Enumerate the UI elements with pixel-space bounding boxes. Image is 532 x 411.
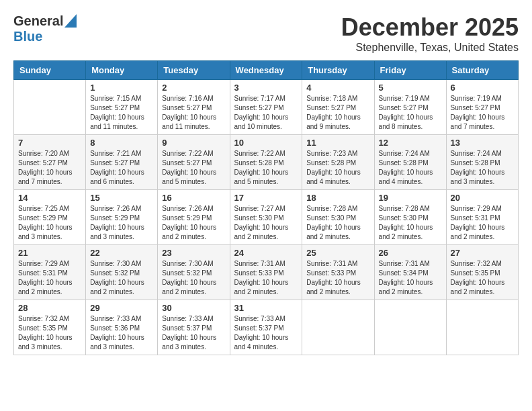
day-info: Sunrise: 7:24 AM Sunset: 5:28 PM Dayligh… [379, 149, 442, 187]
day-number: 1 [90, 83, 153, 93]
day-number: 14 [18, 193, 81, 203]
day-info: Sunrise: 7:22 AM Sunset: 5:28 PM Dayligh… [234, 149, 298, 187]
day-info: Sunrise: 7:33 AM Sunset: 5:37 PM Dayligh… [234, 314, 298, 352]
calendar-week-row: 1Sunrise: 7:15 AM Sunset: 5:27 PM Daylig… [14, 80, 519, 135]
day-number: 18 [306, 193, 369, 203]
table-row: 28Sunrise: 7:32 AM Sunset: 5:35 PM Dayli… [14, 300, 86, 355]
day-info: Sunrise: 7:32 AM Sunset: 5:35 PM Dayligh… [18, 314, 81, 352]
table-row [14, 80, 86, 135]
table-row: 13Sunrise: 7:24 AM Sunset: 5:28 PM Dayli… [446, 135, 518, 190]
table-row: 31Sunrise: 7:33 AM Sunset: 5:37 PM Dayli… [230, 300, 302, 355]
day-number: 23 [162, 248, 225, 258]
day-number: 8 [90, 138, 153, 148]
table-row: 7Sunrise: 7:20 AM Sunset: 5:27 PM Daylig… [14, 135, 86, 190]
day-number: 21 [18, 248, 81, 258]
day-number: 24 [234, 248, 298, 258]
table-row: 29Sunrise: 7:33 AM Sunset: 5:36 PM Dayli… [86, 300, 158, 355]
day-number: 6 [451, 83, 514, 93]
table-row: 23Sunrise: 7:30 AM Sunset: 5:32 PM Dayli… [158, 245, 230, 300]
day-number: 30 [162, 303, 225, 313]
page-header: General Blue December 2025 Stephenville,… [13, 13, 519, 54]
logo: General Blue [13, 13, 77, 44]
day-number: 17 [234, 193, 298, 203]
day-info: Sunrise: 7:31 AM Sunset: 5:33 PM Dayligh… [234, 259, 298, 297]
day-info: Sunrise: 7:24 AM Sunset: 5:28 PM Dayligh… [451, 149, 514, 187]
day-number: 31 [234, 303, 298, 313]
table-row: 1Sunrise: 7:15 AM Sunset: 5:27 PM Daylig… [86, 80, 158, 135]
day-info: Sunrise: 7:25 AM Sunset: 5:29 PM Dayligh… [18, 204, 81, 242]
title-section: December 2025 Stephenville, Texas, Unite… [341, 13, 519, 54]
day-number: 13 [451, 138, 514, 148]
table-row [374, 300, 446, 355]
day-info: Sunrise: 7:22 AM Sunset: 5:27 PM Dayligh… [162, 149, 225, 187]
day-info: Sunrise: 7:33 AM Sunset: 5:37 PM Dayligh… [162, 314, 225, 352]
table-row: 18Sunrise: 7:28 AM Sunset: 5:30 PM Dayli… [302, 190, 374, 245]
table-row: 22Sunrise: 7:30 AM Sunset: 5:32 PM Dayli… [86, 245, 158, 300]
day-info: Sunrise: 7:31 AM Sunset: 5:33 PM Dayligh… [306, 259, 369, 297]
table-row: 12Sunrise: 7:24 AM Sunset: 5:28 PM Dayli… [374, 135, 446, 190]
col-tuesday: Tuesday [158, 61, 230, 80]
day-number: 28 [18, 303, 81, 313]
table-row: 17Sunrise: 7:27 AM Sunset: 5:30 PM Dayli… [230, 190, 302, 245]
day-number: 25 [306, 248, 369, 258]
table-row: 27Sunrise: 7:32 AM Sunset: 5:35 PM Dayli… [446, 245, 518, 300]
table-row [302, 300, 374, 355]
table-row: 3Sunrise: 7:17 AM Sunset: 5:27 PM Daylig… [230, 80, 302, 135]
day-info: Sunrise: 7:19 AM Sunset: 5:27 PM Dayligh… [379, 94, 442, 132]
table-row: 15Sunrise: 7:26 AM Sunset: 5:29 PM Dayli… [86, 190, 158, 245]
table-row: 30Sunrise: 7:33 AM Sunset: 5:37 PM Dayli… [158, 300, 230, 355]
table-row: 26Sunrise: 7:31 AM Sunset: 5:34 PM Dayli… [374, 245, 446, 300]
day-info: Sunrise: 7:26 AM Sunset: 5:29 PM Dayligh… [90, 204, 153, 242]
day-info: Sunrise: 7:33 AM Sunset: 5:36 PM Dayligh… [90, 314, 153, 352]
calendar-week-row: 21Sunrise: 7:29 AM Sunset: 5:31 PM Dayli… [14, 245, 519, 300]
day-number: 7 [18, 138, 81, 148]
day-info: Sunrise: 7:27 AM Sunset: 5:30 PM Dayligh… [234, 204, 298, 242]
table-row: 4Sunrise: 7:18 AM Sunset: 5:27 PM Daylig… [302, 80, 374, 135]
day-number: 22 [90, 248, 153, 258]
day-info: Sunrise: 7:21 AM Sunset: 5:27 PM Dayligh… [90, 149, 153, 187]
calendar-week-row: 28Sunrise: 7:32 AM Sunset: 5:35 PM Dayli… [14, 300, 519, 355]
calendar-week-row: 7Sunrise: 7:20 AM Sunset: 5:27 PM Daylig… [14, 135, 519, 190]
day-number: 12 [379, 138, 442, 148]
day-number: 29 [90, 303, 153, 313]
table-row: 10Sunrise: 7:22 AM Sunset: 5:28 PM Dayli… [230, 135, 302, 190]
col-sunday: Sunday [14, 61, 86, 80]
day-info: Sunrise: 7:30 AM Sunset: 5:32 PM Dayligh… [162, 259, 225, 297]
table-row: 2Sunrise: 7:16 AM Sunset: 5:27 PM Daylig… [158, 80, 230, 135]
table-row: 6Sunrise: 7:19 AM Sunset: 5:27 PM Daylig… [446, 80, 518, 135]
day-number: 26 [379, 248, 442, 258]
day-info: Sunrise: 7:31 AM Sunset: 5:34 PM Dayligh… [379, 259, 442, 297]
day-info: Sunrise: 7:26 AM Sunset: 5:29 PM Dayligh… [162, 204, 225, 242]
table-row: 25Sunrise: 7:31 AM Sunset: 5:33 PM Dayli… [302, 245, 374, 300]
table-row: 19Sunrise: 7:28 AM Sunset: 5:30 PM Dayli… [374, 190, 446, 245]
day-info: Sunrise: 7:32 AM Sunset: 5:35 PM Dayligh… [451, 259, 514, 297]
day-info: Sunrise: 7:16 AM Sunset: 5:27 PM Dayligh… [162, 94, 225, 132]
logo-arrow-icon [64, 14, 77, 28]
day-info: Sunrise: 7:15 AM Sunset: 5:27 PM Dayligh… [90, 94, 153, 132]
calendar-table: Sunday Monday Tuesday Wednesday Thursday… [13, 60, 519, 355]
table-row: 9Sunrise: 7:22 AM Sunset: 5:27 PM Daylig… [158, 135, 230, 190]
day-number: 15 [90, 193, 153, 203]
svg-marker-0 [64, 14, 77, 28]
day-number: 3 [234, 83, 298, 93]
logo-text-general: General [13, 13, 63, 29]
col-wednesday: Wednesday [230, 61, 302, 80]
day-number: 19 [379, 193, 442, 203]
day-info: Sunrise: 7:29 AM Sunset: 5:31 PM Dayligh… [18, 259, 81, 297]
calendar-header-row: Sunday Monday Tuesday Wednesday Thursday… [14, 61, 519, 80]
col-saturday: Saturday [446, 61, 518, 80]
calendar-week-row: 14Sunrise: 7:25 AM Sunset: 5:29 PM Dayli… [14, 190, 519, 245]
day-number: 16 [162, 193, 225, 203]
table-row: 21Sunrise: 7:29 AM Sunset: 5:31 PM Dayli… [14, 245, 86, 300]
day-info: Sunrise: 7:30 AM Sunset: 5:32 PM Dayligh… [90, 259, 153, 297]
day-info: Sunrise: 7:28 AM Sunset: 5:30 PM Dayligh… [379, 204, 442, 242]
table-row: 11Sunrise: 7:23 AM Sunset: 5:28 PM Dayli… [302, 135, 374, 190]
day-info: Sunrise: 7:29 AM Sunset: 5:31 PM Dayligh… [451, 204, 514, 242]
table-row: 5Sunrise: 7:19 AM Sunset: 5:27 PM Daylig… [374, 80, 446, 135]
day-info: Sunrise: 7:23 AM Sunset: 5:28 PM Dayligh… [306, 149, 369, 187]
col-friday: Friday [374, 61, 446, 80]
day-number: 10 [234, 138, 298, 148]
day-number: 27 [451, 248, 514, 258]
table-row [446, 300, 518, 355]
day-info: Sunrise: 7:18 AM Sunset: 5:27 PM Dayligh… [306, 94, 369, 132]
